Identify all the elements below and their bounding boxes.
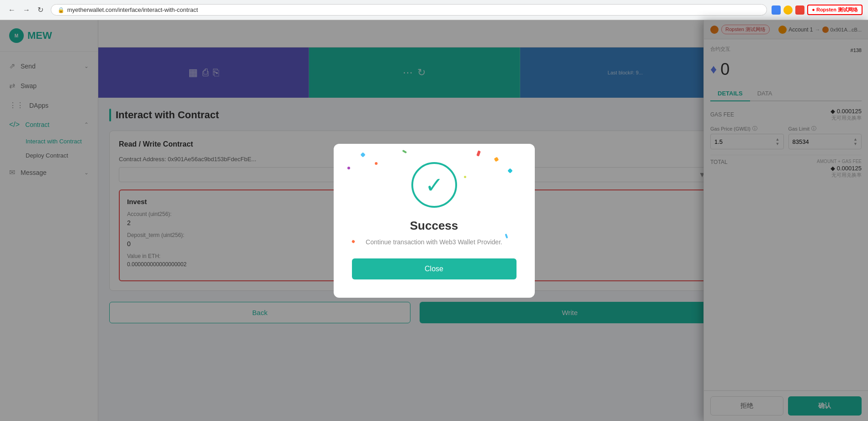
success-modal: ✓ Success Continue transaction with Web3… (334, 144, 535, 298)
browser-actions: ● Ropsten 测试网络 (772, 5, 863, 15)
success-title: Success (352, 219, 517, 233)
refresh-button[interactable]: ↻ (35, 5, 46, 15)
success-checkmark-icon: ✓ (425, 172, 443, 198)
extension-icon-1[interactable] (772, 5, 781, 15)
ropsten-badge: ● Ropsten 测试网络 (807, 5, 863, 15)
app-layout: M MEW ⇗ Send ⌄ ⇄ Swap ⋮⋮ DApps </> Contr… (0, 20, 868, 421)
address-bar[interactable]: 🔒 myetherwallet.com/interface/interact-w… (51, 4, 767, 16)
extension-icon-3[interactable] (795, 5, 804, 15)
lock-icon: 🔒 (58, 7, 64, 13)
forward-nav-button[interactable]: → (20, 5, 33, 15)
back-nav-button[interactable]: ← (5, 5, 18, 15)
extension-icon-2[interactable] (783, 5, 793, 15)
modal-overlay: ✓ Success Continue transaction with Web3… (0, 20, 868, 421)
success-circle: ✓ (411, 162, 457, 208)
close-modal-button[interactable]: Close (352, 258, 517, 279)
success-message: Continue transaction with Web3 Wallet Pr… (352, 238, 517, 246)
nav-buttons: ← → ↻ (5, 5, 46, 15)
url-text: myetherwallet.com/interface/interact-wit… (67, 6, 198, 13)
browser-chrome: ← → ↻ 🔒 myetherwallet.com/interface/inte… (0, 0, 868, 20)
